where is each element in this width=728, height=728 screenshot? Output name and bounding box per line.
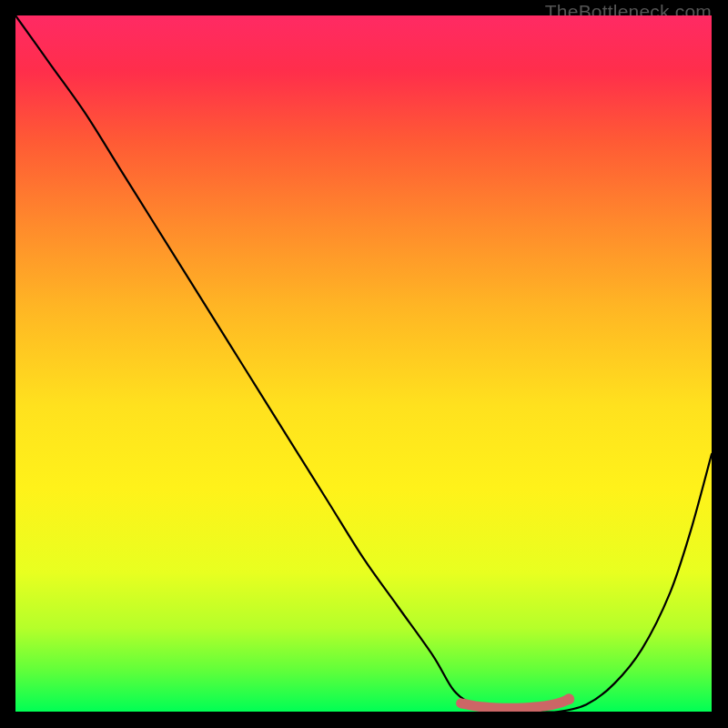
curve-svg xyxy=(15,15,712,712)
valley-marker-end-dot xyxy=(563,693,574,704)
chart-stage: TheBottleneck.com xyxy=(0,0,728,728)
plot-area xyxy=(15,15,712,712)
bottleneck-curve-path xyxy=(15,15,712,712)
valley-marker-path xyxy=(461,699,570,708)
